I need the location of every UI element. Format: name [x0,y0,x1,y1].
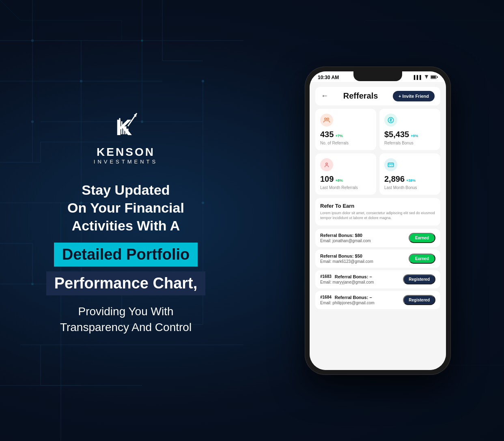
logo-subtitle: INVESTMENTS [94,159,158,165]
referral-info: Referral Bonus: $50 Email: mark6123@gmai… [320,254,373,264]
highlight-portfolio: Detailed Portfolio [54,243,198,267]
refer-to-earn-section: Refer To Earn Lorem ipsum dolor sit amet… [315,198,440,226]
last-month-bonus-value: 2,896 +38% [384,174,435,184]
back-button[interactable]: ← [321,92,328,100]
bonus-value: $5,435 +9% [384,130,435,139]
referral-email: Email: philipjones@gmail.com [320,301,375,305]
referrals-icon [320,114,333,127]
bonus-label: Referrals Bonus [384,141,435,145]
right-panel: 10:30 AM ▌▌▌ ← [252,0,504,441]
referral-bonus: Referral Bonus: – [335,295,372,300]
svg-point-39 [326,163,328,165]
svg-rect-35 [437,76,438,78]
stat-card-referrals: 435 +7% No. of Referrals [315,109,376,150]
referral-info: #1683 Referral Bonus: – Email: maryyjane… [320,274,374,284]
app-content: ← Refferals + Invite Friend 435 [310,82,446,370]
left-panel: K KENSON INVESTMENTS Stay Updated On You… [0,0,252,441]
referral-bonus: Referral Bonus: $80 [320,233,371,238]
status-registered-button[interactable]: Registered [403,274,435,284]
svg-point-37 [327,118,329,120]
highlight-performance: Performance Chart, [46,271,206,295]
referral-bonus: Referral Bonus: – [335,274,372,279]
status-earned-button[interactable]: Earned [409,254,435,264]
referrals-value: 435 +7% [320,130,371,139]
referral-id: #1684 [320,295,332,299]
last-month-ref-badge: +8% [335,179,342,183]
tagline: Stay Updated On Your Financial Activitie… [67,181,184,235]
refer-description: Lorem ipsum dolor sit amet, consectetur … [320,211,435,221]
page-title: Refferals [343,91,378,101]
referral-item: Referral Bonus: $80 Email: jonathan@gmai… [315,229,440,247]
referral-item: #1683 Referral Bonus: – Email: maryyjane… [315,270,440,288]
status-icons: ▌▌▌ [414,75,438,80]
referral-info: Referral Bonus: $80 Email: jonathan@gmai… [320,233,371,243]
svg-text:K: K [116,114,132,140]
last-month-bonus-badge: +38% [406,179,416,183]
last-month-ref-value: 109 +8% [320,174,371,184]
last-month-bonus-label: Last Month Bonus [384,185,435,190]
referral-id: #1683 [320,274,332,279]
phone-outer-frame: 10:30 AM ▌▌▌ ← [305,67,451,375]
bonus-icon [384,114,397,127]
refer-title: Refer To Earn [320,203,435,209]
status-earned-button[interactable]: Earned [409,233,435,243]
bottom-tagline: Providing You With Transparency And Cont… [60,303,192,335]
stat-card-last-month-bonus: 2,896 +38% Last Month Bonus [379,153,440,195]
last-month-ref-icon [320,158,333,171]
stats-grid: 435 +7% No. of Referrals $5,435 [315,109,440,195]
bonus-badge: +9% [411,134,418,138]
stat-card-bonus: $5,435 +9% Referrals Bonus [379,109,440,150]
logo-icon: K [108,106,144,142]
last-month-bonus-icon [384,158,397,171]
referral-info: #1684 Referral Bonus: – Email: philipjon… [320,295,375,305]
referral-item: #1684 Referral Bonus: – Email: philipjon… [315,291,440,309]
status-registered-button[interactable]: Registered [403,295,435,305]
referrals-label: No. of Referrals [320,141,371,145]
invite-friend-button[interactable]: + Invite Friend [393,91,435,101]
referral-email: Email: mark6123@gmail.com [320,259,373,264]
referral-email: Email: maryyjane@gmail.com [320,280,374,284]
referral-list: Referral Bonus: $80 Email: jonathan@gmai… [315,229,440,309]
app-header: ← Refferals + Invite Friend [315,87,440,105]
phone-mockup: 10:30 AM ▌▌▌ ← [305,67,451,375]
referrals-badge: +7% [335,134,342,138]
battery-icon [431,75,438,80]
svg-point-36 [325,118,327,120]
logo-name: KENSON [97,146,155,159]
svg-rect-40 [388,163,394,167]
referral-email: Email: jonathan@gmail.com [320,239,371,243]
status-time: 10:30 AM [318,75,339,80]
last-month-ref-label: Last Month Referrals [320,185,371,190]
phone-notch [353,71,402,81]
svg-rect-34 [431,76,436,78]
phone-screen: 10:30 AM ▌▌▌ ← [310,71,446,370]
stat-card-last-month-ref: 109 +8% Last Month Referrals [315,153,376,195]
wifi-icon [424,75,429,80]
referral-bonus: Referral Bonus: $50 [320,254,373,258]
signal-icon: ▌▌▌ [414,75,422,80]
referral-item: Referral Bonus: $50 Email: mark6123@gmai… [315,250,440,268]
logo-container: K KENSON INVESTMENTS [94,106,158,165]
